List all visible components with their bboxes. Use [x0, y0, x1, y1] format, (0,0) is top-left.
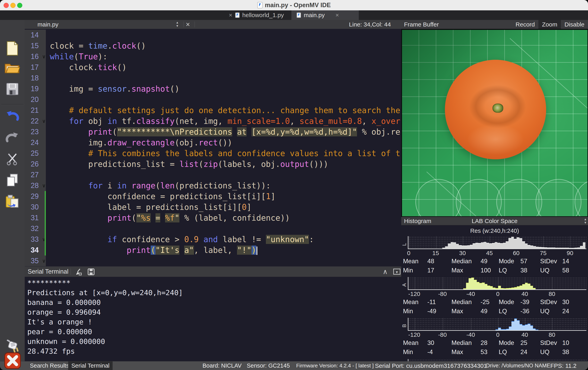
gutter[interactable]: 33∨	[25, 234, 46, 245]
code-line[interactable]: 35∨	[25, 256, 401, 266]
code-text[interactable]: for obj in tf.classify(net, img, min_sca…	[46, 116, 401, 126]
code-line[interactable]: 20	[25, 94, 401, 105]
tab-main[interactable]: main.py ×	[291, 10, 359, 20]
gutter[interactable]: 18	[25, 73, 46, 83]
code-line[interactable]: 28∨ for i in range(len(predictions_list)…	[25, 180, 401, 191]
colorspace-spinner-icon[interactable]: ▲▼	[584, 218, 587, 224]
stop-disconnect-button[interactable]	[4, 352, 21, 369]
save-file-button[interactable]	[6, 82, 19, 96]
gutter[interactable]: 34	[25, 245, 46, 256]
gutter[interactable]: 19	[25, 83, 46, 94]
code-line[interactable]: 14	[25, 30, 401, 40]
code-line[interactable]: 17 clock.tick()	[25, 62, 401, 73]
gutter[interactable]: 23	[25, 126, 46, 137]
code-text[interactable]: if confidence > 0.9 and label != "unknow…	[46, 234, 401, 245]
redo-button[interactable]	[5, 132, 20, 144]
gutter[interactable]: 24	[25, 137, 46, 148]
code-text[interactable]: clock = time.clock()	[46, 40, 401, 51]
code-text[interactable]: print("It's a", label, "!")	[46, 245, 401, 256]
code-text[interactable]	[46, 170, 401, 180]
code-line[interactable]: 22∨ for obj in tf.classify(net, img, min…	[25, 116, 401, 126]
code-text[interactable]: for i in range(len(predictions_list)):	[46, 180, 401, 191]
gutter[interactable]: 17	[25, 62, 46, 73]
code-line[interactable]: 24 img.draw_rectangle(obj.rect())	[25, 137, 401, 148]
colorspace-dropdown[interactable]: LAB Color Space	[401, 217, 588, 225]
editor-close-icon[interactable]: ×	[186, 20, 190, 29]
copy-button[interactable]	[6, 173, 19, 188]
code-line[interactable]: 34 print("It's a", label, "!")	[25, 245, 401, 256]
code-line[interactable]: 23 print("**********\nPredictions at [x=…	[25, 126, 401, 137]
code-line[interactable]: 33∨ if confidence > 0.9 and label != "un…	[25, 234, 401, 245]
code-line[interactable]: 16∨while(True):	[25, 51, 401, 62]
code-text[interactable]: img.draw_rectangle(obj.rect())	[46, 137, 401, 148]
gutter[interactable]: 29	[25, 191, 46, 202]
code-text[interactable]	[46, 30, 401, 40]
code-text[interactable]: # This combines the labels and confidenc…	[46, 148, 401, 159]
gutter[interactable]: 25	[25, 148, 46, 159]
gutter[interactable]: 15	[25, 40, 46, 51]
code-text[interactable]: predictions_list = list(zip(labels, obj.…	[46, 159, 401, 170]
serial-terminal-output[interactable]: **********Predictions at [x=0,y=0,w=240,…	[25, 277, 401, 361]
gutter[interactable]: 28∨	[25, 180, 46, 191]
close-tab-icon[interactable]: ×	[336, 12, 339, 19]
code-text[interactable]	[46, 256, 401, 266]
cut-button[interactable]	[6, 152, 19, 166]
gutter[interactable]: 14	[25, 30, 46, 40]
code-line[interactable]: 21 # default settings just do one detect…	[25, 105, 401, 116]
serial-terminal-tab[interactable]: Serial Terminal	[68, 361, 113, 370]
gutter[interactable]: 20	[25, 94, 46, 105]
code-text[interactable]	[46, 223, 401, 234]
code-line[interactable]: 18	[25, 73, 401, 83]
collapse-terminal-icon[interactable]: ∧	[383, 266, 388, 277]
code-line[interactable]: 27	[25, 170, 401, 180]
code-text[interactable]: while(True):	[46, 51, 401, 62]
gutter[interactable]: 26	[25, 159, 46, 170]
histogram-channel-B: B-120-80-4004080Mean30Median28Mode25StDe…	[401, 318, 588, 359]
clear-terminal-icon[interactable]	[75, 268, 83, 276]
close-tab-icon[interactable]: ×	[229, 12, 232, 19]
code-line[interactable]: 30 label = predictions_list[i][0]	[25, 202, 401, 212]
zoom-button[interactable]: Zoom	[538, 20, 561, 29]
editor-file-spinner[interactable]: ▲▼	[176, 21, 179, 28]
code-text[interactable]	[46, 73, 401, 83]
code-line[interactable]: 26 predictions_list = list(zip(labels, o…	[25, 159, 401, 170]
fold-chevron-icon[interactable]: ∨	[42, 256, 45, 266]
gutter[interactable]: 32	[25, 223, 46, 234]
code-text[interactable]: confidence = predictions_list[i][1]	[46, 191, 401, 202]
fold-chevron-icon[interactable]: ∨	[42, 51, 45, 62]
fold-chevron-icon[interactable]: ∨	[42, 116, 45, 126]
code-text[interactable]: print("**********\nPredictions at [x=%d,…	[46, 126, 401, 137]
gutter[interactable]: 22∨	[25, 116, 46, 126]
stat-label: StDev	[540, 339, 562, 349]
code-text[interactable]: # default settings just do one detection…	[46, 105, 401, 116]
gutter[interactable]: 16∨	[25, 51, 46, 62]
record-button[interactable]: Record	[512, 20, 539, 29]
code-text[interactable]: label = predictions_list[i][0]	[46, 202, 401, 212]
search-results-tab[interactable]: Search Results	[27, 361, 72, 370]
code-line[interactable]: 25 # This combines the labels and confid…	[25, 148, 401, 159]
code-line[interactable]: 15clock = time.clock()	[25, 40, 401, 51]
code-line[interactable]: 32	[25, 223, 401, 234]
gutter[interactable]: 21	[25, 105, 46, 116]
code-text[interactable]: clock.tick()	[46, 62, 401, 73]
gutter[interactable]: 35∨	[25, 256, 46, 266]
code-text[interactable]: img = sensor.snapshot()	[46, 83, 401, 94]
code-line[interactable]: 31 print("%s = %f" % (label, confidence)…	[25, 212, 401, 223]
disable-button[interactable]: Disable	[561, 20, 588, 29]
gutter[interactable]: 31	[25, 212, 46, 223]
code-text[interactable]	[46, 94, 401, 105]
undo-button[interactable]	[5, 110, 20, 122]
open-file-button[interactable]	[4, 62, 20, 75]
detach-terminal-icon[interactable]: ▾	[393, 269, 400, 275]
save-log-icon[interactable]	[87, 268, 95, 276]
code-text[interactable]: print("%s = %f" % (label, confidence))	[46, 212, 401, 223]
code-editor[interactable]: 1415clock = time.clock()16∨while(True):1…	[25, 29, 401, 266]
code-line[interactable]: 19 img = sensor.snapshot()	[25, 83, 401, 94]
fold-chevron-icon[interactable]: ∨	[42, 180, 45, 191]
new-file-button[interactable]	[6, 41, 19, 57]
gutter[interactable]: 30	[25, 202, 46, 212]
gutter[interactable]: 27	[25, 170, 46, 180]
tab-helloworld[interactable]: × helloworld_1.py	[229, 10, 284, 20]
code-line[interactable]: 29 confidence = predictions_list[i][1]	[25, 191, 401, 202]
paste-button[interactable]	[5, 195, 19, 209]
